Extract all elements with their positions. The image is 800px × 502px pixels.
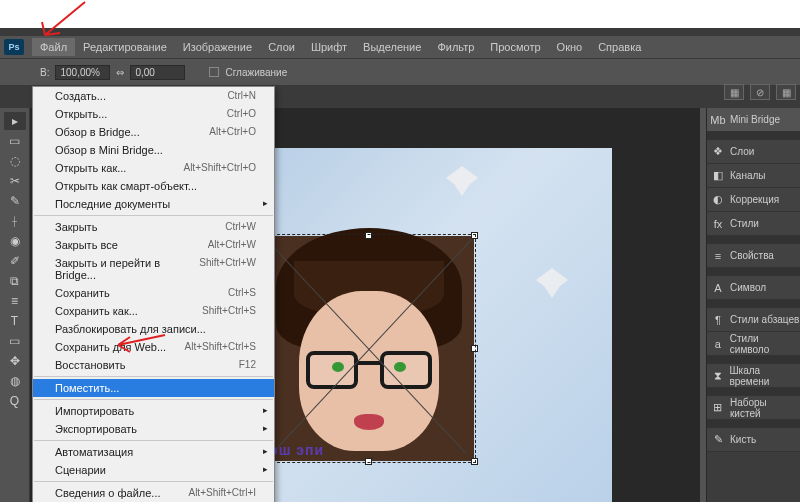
menu-item[interactable]: Экспортировать — [33, 420, 274, 438]
menu-item[interactable]: Сохранить как...Shift+Ctrl+S — [33, 302, 274, 320]
app-logo: Ps — [4, 39, 24, 55]
tool-5[interactable]: ⟊ — [4, 212, 26, 230]
tool-11[interactable]: ▭ — [4, 332, 26, 350]
options-link-icon[interactable]: ⇔ — [116, 67, 124, 78]
panel-tab[interactable]: ◐Коррекция — [707, 188, 800, 212]
menu-фильтр[interactable]: Фильтр — [429, 38, 482, 56]
menu-файл[interactable]: Файл — [32, 38, 75, 56]
title-bar — [0, 28, 800, 36]
smoothing-checkbox[interactable] — [209, 67, 219, 77]
menu-item[interactable]: Закрыть всеAlt+Ctrl+W — [33, 236, 274, 254]
tool-14[interactable]: Q — [4, 392, 26, 410]
tool-1[interactable]: ▭ — [4, 132, 26, 150]
panel-icon: ≡ — [711, 249, 725, 263]
menu-item[interactable]: Создать...Ctrl+N — [33, 87, 274, 105]
menu-item[interactable]: Обзор в Bridge...Alt+Ctrl+O — [33, 123, 274, 141]
menu-item-label: Сохранить — [55, 287, 110, 299]
panel-tab[interactable]: ⧗Шкала времени — [707, 364, 800, 388]
menu-item[interactable]: Сохранить для Web...Alt+Shift+Ctrl+S — [33, 338, 274, 356]
tool-9[interactable]: ≡ — [4, 292, 26, 310]
menu-item[interactable]: Импортировать — [33, 402, 274, 420]
menu-item-label: Обзор в Mini Bridge... — [55, 144, 163, 156]
panel-tab[interactable]: fxСтили — [707, 212, 800, 236]
transform-handle[interactable] — [365, 232, 372, 239]
panel-icon: ✎ — [711, 433, 725, 447]
tool-8[interactable]: ⧉ — [4, 272, 26, 290]
menu-item[interactable]: Закрыть и перейти в Bridge...Shift+Ctrl+… — [33, 254, 274, 284]
menu-separator — [34, 399, 273, 400]
workspace-block-icon[interactable]: ⊘ — [750, 84, 770, 100]
photoshop-window: Ps ФайлРедактированиеИзображениеСлоиШриф… — [0, 28, 800, 502]
workspace-menu-icon[interactable]: ▦ — [776, 84, 796, 100]
menu-item[interactable]: Открыть...Ctrl+O — [33, 105, 274, 123]
menu-item[interactable]: Автоматизация — [33, 443, 274, 461]
menu-item[interactable]: Разблокировать для записи... — [33, 320, 274, 338]
menu-item[interactable]: Последние документы — [33, 195, 274, 213]
tool-3[interactable]: ✂ — [4, 172, 26, 190]
menu-item-label: Открыть как... — [55, 162, 126, 174]
menu-окно[interactable]: Окно — [549, 38, 591, 56]
tool-12[interactable]: ✥ — [4, 352, 26, 370]
menu-item[interactable]: ЗакрытьCtrl+W — [33, 218, 274, 236]
panel-separator — [707, 388, 800, 396]
panel-tab[interactable]: AСимвол — [707, 276, 800, 300]
tool-7[interactable]: ✐ — [4, 252, 26, 270]
transform-handle[interactable] — [471, 345, 478, 352]
panel-label: Свойства — [730, 250, 774, 261]
options-w-input[interactable] — [55, 65, 110, 80]
placed-image-transform-box[interactable] — [264, 236, 474, 461]
panel-tab[interactable]: ⊞Наборы кистей — [707, 396, 800, 420]
menu-редактирование[interactable]: Редактирование — [75, 38, 175, 56]
transform-handle[interactable] — [471, 458, 478, 465]
menu-item-label: Восстановить — [55, 359, 125, 371]
menu-item-label: Обзор в Bridge... — [55, 126, 140, 138]
tool-13[interactable]: ◍ — [4, 372, 26, 390]
menu-item-label: Разблокировать для записи... — [55, 323, 206, 335]
tool-6[interactable]: ◉ — [4, 232, 26, 250]
panel-separator — [707, 132, 800, 140]
menu-слои[interactable]: Слои — [260, 38, 303, 56]
menu-шрифт[interactable]: Шрифт — [303, 38, 355, 56]
panel-tab[interactable]: ≡Свойства — [707, 244, 800, 268]
menu-item[interactable]: СохранитьCtrl+S — [33, 284, 274, 302]
options-h-input[interactable] — [130, 65, 185, 80]
panel-icon: ❖ — [711, 145, 725, 159]
watermark-text: эш эпи — [270, 442, 324, 458]
menu-item[interactable]: Сведения о файле...Alt+Shift+Ctrl+I — [33, 484, 274, 502]
panel-icon: ¶ — [711, 313, 725, 327]
workspace-controls: ▦ ⊘ ▦ — [724, 84, 796, 100]
panel-icon: ⧗ — [711, 369, 724, 383]
panel-tab[interactable]: aСтили символо — [707, 332, 800, 356]
menu-item[interactable]: Открыть как...Alt+Shift+Ctrl+O — [33, 159, 274, 177]
menu-item-shortcut: Alt+Shift+Ctrl+S — [185, 341, 256, 353]
panel-label: Стили абзацев — [730, 314, 799, 325]
transform-handle[interactable] — [365, 458, 372, 465]
menu-item[interactable]: Поместить... — [33, 379, 274, 397]
workspace-switch-icon[interactable]: ▦ — [724, 84, 744, 100]
menu-item[interactable]: Открыть как смарт-объект... — [33, 177, 274, 195]
tool-10[interactable]: T — [4, 312, 26, 330]
menu-item[interactable]: ВосстановитьF12 — [33, 356, 274, 374]
panel-tab[interactable]: ❖Слои — [707, 140, 800, 164]
tool-2[interactable]: ◌ — [4, 152, 26, 170]
menu-separator — [34, 215, 273, 216]
panel-tab[interactable]: ¶Стили абзацев — [707, 308, 800, 332]
menu-separator — [34, 376, 273, 377]
panel-tab[interactable]: MbMini Bridge — [707, 108, 800, 132]
menu-справка[interactable]: Справка — [590, 38, 649, 56]
menu-item-shortcut: Shift+Ctrl+W — [199, 257, 256, 281]
panel-icon: A — [711, 281, 725, 295]
menu-просмотр[interactable]: Просмотр — [482, 38, 548, 56]
tool-0[interactable]: ▸ — [4, 112, 26, 130]
smoothing-label: Сглаживание — [225, 67, 287, 78]
menu-изображение[interactable]: Изображение — [175, 38, 260, 56]
panel-tab[interactable]: ◧Каналы — [707, 164, 800, 188]
panel-tab[interactable]: ✎Кисть — [707, 428, 800, 452]
menu-item[interactable]: Обзор в Mini Bridge... — [33, 141, 274, 159]
panel-icon: ◐ — [711, 193, 725, 207]
transform-handle[interactable] — [471, 232, 478, 239]
tool-4[interactable]: ✎ — [4, 192, 26, 210]
menu-item[interactable]: Сценарии — [33, 461, 274, 479]
menu-выделение[interactable]: Выделение — [355, 38, 429, 56]
menu-item-shortcut: Alt+Shift+Ctrl+O — [183, 162, 256, 174]
